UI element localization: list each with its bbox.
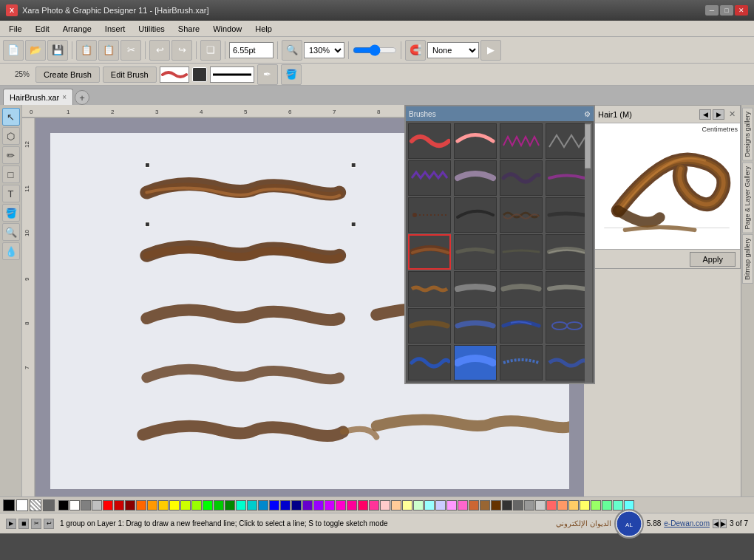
page-next-button[interactable]: ▶ <box>720 519 727 528</box>
brush-cell-eyes-brush[interactable] <box>546 308 588 344</box>
brush-cell-gray-brush1[interactable] <box>454 271 497 307</box>
brush-cell-blue-dotted[interactable] <box>500 345 543 380</box>
color-swatch-27[interactable] <box>358 500 368 511</box>
text-tool[interactable]: T <box>2 185 20 202</box>
brush-cell-wave-purple[interactable] <box>408 160 451 196</box>
menu-file[interactable]: File <box>3 23 28 35</box>
brush-cell-straight-dark[interactable] <box>546 197 588 233</box>
eyedropper-tool[interactable]: 💧 <box>2 242 20 260</box>
paste-button[interactable]: 📋 <box>98 40 119 61</box>
color-swatch-29[interactable] <box>380 500 390 511</box>
brush-cell-gray-brush3[interactable] <box>546 271 588 307</box>
color-swatch-18[interactable] <box>258 500 268 511</box>
brush-cell-thin-stroke[interactable] <box>500 234 543 270</box>
hair-prev-button[interactable]: ◀ <box>699 109 711 120</box>
color-swatch-38[interactable] <box>480 500 490 511</box>
save-button[interactable]: 💾 <box>47 40 68 61</box>
color-swatch-31[interactable] <box>402 500 412 511</box>
menu-insert[interactable]: Insert <box>99 23 132 35</box>
color-swatch-35[interactable] <box>446 500 457 511</box>
brush-cell-dark-wave[interactable] <box>500 160 543 196</box>
color-swatch-1[interactable] <box>69 500 80 511</box>
color-swatch-32[interactable] <box>413 500 424 511</box>
edit-brush-button[interactable]: Edit Brush <box>103 66 157 83</box>
freehand-tool[interactable]: ✏ <box>2 146 20 164</box>
color-swatch-36[interactable] <box>458 500 468 511</box>
color-checkerboard-swatch[interactable] <box>30 499 41 511</box>
color-swatch-42[interactable] <box>524 500 534 511</box>
brush-cell-purple-line[interactable] <box>546 160 588 196</box>
brush-cell-blue-stroke1[interactable] <box>408 345 451 380</box>
status-icon-1[interactable]: ▶ <box>6 519 16 529</box>
brush-cell-orange-rough[interactable] <box>408 271 451 307</box>
new-button[interactable]: 📄 <box>3 40 24 61</box>
menu-window[interactable]: Window <box>207 23 248 35</box>
create-brush-button[interactable]: Create Brush <box>35 66 100 83</box>
duplicate-button[interactable]: ❏ <box>200 40 221 61</box>
color-swatch-15[interactable] <box>225 500 235 511</box>
color-swatch-3[interactable] <box>92 500 102 511</box>
arrow-button[interactable]: ▶ <box>480 40 501 61</box>
color-swatch-41[interactable] <box>513 500 523 511</box>
bitmap-gallery-tab[interactable]: Bitmap gallery <box>742 234 753 284</box>
zoom-tool[interactable]: 🔍 <box>2 223 20 241</box>
brush-cell-feather[interactable] <box>546 234 588 270</box>
color-swatch-44[interactable] <box>546 500 557 511</box>
brush-cell-dotted-line[interactable] <box>408 197 451 233</box>
menu-help[interactable]: Help <box>249 23 278 35</box>
color-swatch-26[interactable] <box>347 500 357 511</box>
brush-cell-zigzag[interactable] <box>500 123 543 159</box>
brush-cell-gray-brush2[interactable] <box>500 271 543 307</box>
color-swatch-9[interactable] <box>158 500 169 511</box>
add-tab-button[interactable]: + <box>75 90 89 105</box>
color-swatch-2[interactable] <box>81 500 91 511</box>
cut-button[interactable]: ✂ <box>120 40 141 61</box>
open-button[interactable]: 📂 <box>25 40 46 61</box>
shape-tool[interactable]: □ <box>2 165 20 183</box>
pen-icon[interactable]: ✒ <box>257 64 278 85</box>
brush-cell-red-stroke[interactable] <box>408 123 451 159</box>
bucket-icon[interactable]: 🪣 <box>281 64 302 85</box>
color-swatch-17[interactable] <box>247 500 257 511</box>
brush-cell-blue-brush1[interactable] <box>454 308 497 344</box>
color-swatch-34[interactable] <box>435 500 446 511</box>
tab-close-button[interactable]: × <box>62 93 67 101</box>
brush-stroke-preview[interactable] <box>160 66 189 83</box>
stroke-style-preview[interactable] <box>210 66 254 83</box>
selector-tool[interactable]: ↖ <box>2 108 20 126</box>
redo-button[interactable]: ↪ <box>171 40 192 61</box>
color-swatch-43[interactable] <box>535 500 546 511</box>
brush-picker-scroll-thumb[interactable] <box>585 124 591 168</box>
status-icon-4[interactable]: ↩ <box>44 519 54 529</box>
color-swatch-33[interactable] <box>424 500 435 511</box>
color-swatch-24[interactable] <box>325 500 335 511</box>
color-swatch-39[interactable] <box>491 500 501 511</box>
color-swatch-14[interactable] <box>214 500 224 511</box>
brush-cell-blue-blob[interactable] <box>454 345 497 380</box>
color-swatch-7[interactable] <box>136 500 146 511</box>
menu-edit[interactable]: Edit <box>30 23 55 35</box>
color-swatch-0[interactable] <box>58 500 69 511</box>
brush-cell-blue-brush2[interactable] <box>500 308 543 344</box>
size-input[interactable] <box>229 42 274 58</box>
brush-cell-light-purple[interactable] <box>454 160 497 196</box>
color-swatch-23[interactable] <box>313 500 324 511</box>
color-swatch-8[interactable] <box>147 500 157 511</box>
brush-color-btn[interactable] <box>192 67 207 82</box>
zoom-search-button[interactable]: 🔍 <box>282 40 302 61</box>
color-swatch-13[interactable] <box>203 500 213 511</box>
brush-cell-brown-brush1[interactable] <box>408 308 451 344</box>
color-swatch-37[interactable] <box>469 500 479 511</box>
color-swatch-19[interactable] <box>269 500 279 511</box>
close-button[interactable]: ✕ <box>735 5 748 16</box>
color-swatch-25[interactable] <box>336 500 346 511</box>
color-none-swatch[interactable] <box>3 499 15 511</box>
color-swatch-10[interactable] <box>169 500 180 511</box>
hair-next-button[interactable]: ▶ <box>713 109 724 120</box>
none-select[interactable]: None <box>427 42 479 58</box>
minimize-button[interactable]: ─ <box>705 5 719 16</box>
color-swatch-21[interactable] <box>291 500 302 511</box>
menu-utilities[interactable]: Utilities <box>132 23 170 35</box>
menu-share[interactable]: Share <box>172 23 206 35</box>
color-white-swatch[interactable] <box>16 499 28 511</box>
